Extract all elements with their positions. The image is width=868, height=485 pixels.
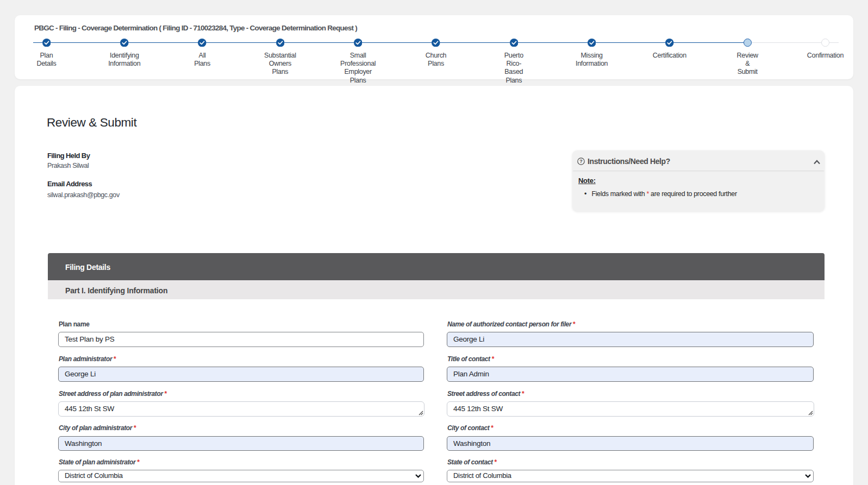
svg-text:?: ? — [579, 159, 583, 164]
